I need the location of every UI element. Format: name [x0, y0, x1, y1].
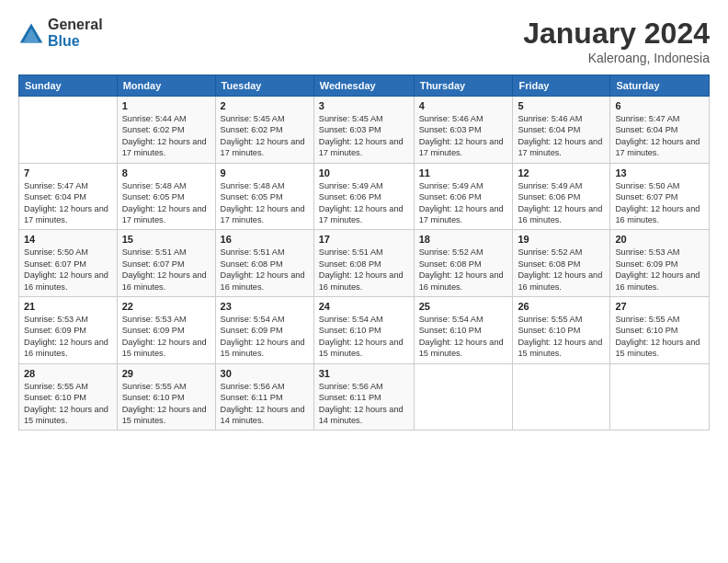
day-cell-2-3: 17Sunrise: 5:51 AM Sunset: 6:08 PM Dayli… — [313, 230, 414, 297]
day-cell-0-4: 4Sunrise: 5:46 AM Sunset: 6:03 PM Daylig… — [414, 97, 513, 164]
day-number: 26 — [518, 301, 605, 312]
day-info: Sunrise: 5:55 AM Sunset: 6:10 PM Dayligh… — [24, 381, 112, 427]
logo: General Blue — [18, 17, 103, 49]
day-cell-3-5: 26Sunrise: 5:55 AM Sunset: 6:10 PM Dayli… — [513, 297, 610, 364]
day-number: 15 — [122, 234, 210, 245]
day-cell-3-6: 27Sunrise: 5:55 AM Sunset: 6:10 PM Dayli… — [610, 297, 710, 364]
day-cell-3-4: 25Sunrise: 5:54 AM Sunset: 6:10 PM Dayli… — [414, 297, 513, 364]
day-info: Sunrise: 5:53 AM Sunset: 6:09 PM Dayligh… — [122, 314, 210, 360]
day-cell-4-3: 31Sunrise: 5:56 AM Sunset: 6:11 PM Dayli… — [313, 363, 414, 431]
day-number: 28 — [24, 368, 112, 379]
day-cell-3-1: 22Sunrise: 5:53 AM Sunset: 6:09 PM Dayli… — [117, 297, 215, 364]
weekday-tuesday: Tuesday — [215, 75, 313, 97]
day-number: 10 — [319, 167, 409, 178]
week-row-0: 1Sunrise: 5:44 AM Sunset: 6:02 PM Daylig… — [19, 97, 710, 164]
day-cell-4-2: 30Sunrise: 5:56 AM Sunset: 6:11 PM Dayli… — [215, 363, 313, 431]
day-cell-4-0: 28Sunrise: 5:55 AM Sunset: 6:10 PM Dayli… — [19, 363, 118, 431]
day-info: Sunrise: 5:51 AM Sunset: 6:08 PM Dayligh… — [221, 247, 309, 293]
day-info: Sunrise: 5:55 AM Sunset: 6:10 PM Dayligh… — [615, 314, 704, 360]
week-row-3: 21Sunrise: 5:53 AM Sunset: 6:09 PM Dayli… — [19, 297, 710, 364]
day-cell-4-4 — [414, 363, 513, 431]
day-info: Sunrise: 5:56 AM Sunset: 6:11 PM Dayligh… — [221, 381, 309, 427]
week-row-1: 7Sunrise: 5:47 AM Sunset: 6:04 PM Daylig… — [19, 163, 710, 230]
day-info: Sunrise: 5:52 AM Sunset: 6:08 PM Dayligh… — [518, 247, 605, 293]
day-cell-3-2: 23Sunrise: 5:54 AM Sunset: 6:09 PM Dayli… — [215, 297, 313, 364]
logo-icon — [18, 20, 44, 46]
day-number: 19 — [518, 234, 605, 245]
day-number: 20 — [615, 234, 704, 245]
day-number: 31 — [319, 368, 409, 379]
calendar-table: Sunday Monday Tuesday Wednesday Thursday… — [18, 75, 710, 431]
day-info: Sunrise: 5:54 AM Sunset: 6:10 PM Dayligh… — [419, 314, 508, 360]
day-cell-1-4: 11Sunrise: 5:49 AM Sunset: 6:06 PM Dayli… — [414, 163, 513, 230]
day-info: Sunrise: 5:44 AM Sunset: 6:02 PM Dayligh… — [122, 113, 210, 159]
day-cell-1-1: 8Sunrise: 5:48 AM Sunset: 6:05 PM Daylig… — [117, 163, 215, 230]
day-cell-3-3: 24Sunrise: 5:54 AM Sunset: 6:10 PM Dayli… — [313, 297, 414, 364]
day-number: 21 — [24, 301, 112, 312]
day-number: 24 — [319, 301, 409, 312]
day-cell-4-5 — [513, 363, 610, 431]
day-cell-1-6: 13Sunrise: 5:50 AM Sunset: 6:07 PM Dayli… — [610, 163, 710, 230]
day-cell-0-5: 5Sunrise: 5:46 AM Sunset: 6:04 PM Daylig… — [513, 97, 610, 164]
day-cell-1-0: 7Sunrise: 5:47 AM Sunset: 6:04 PM Daylig… — [19, 163, 118, 230]
day-info: Sunrise: 5:48 AM Sunset: 6:05 PM Dayligh… — [122, 180, 210, 226]
day-number: 5 — [518, 100, 605, 111]
weekday-wednesday: Wednesday — [313, 75, 414, 97]
month-year: January 2024 — [523, 17, 710, 51]
day-cell-0-2: 2Sunrise: 5:45 AM Sunset: 6:02 PM Daylig… — [215, 97, 313, 164]
day-info: Sunrise: 5:50 AM Sunset: 6:07 PM Dayligh… — [24, 247, 112, 293]
weekday-saturday: Saturday — [610, 75, 710, 97]
day-cell-0-0 — [19, 97, 118, 164]
day-number: 27 — [615, 301, 704, 312]
day-info: Sunrise: 5:49 AM Sunset: 6:06 PM Dayligh… — [518, 180, 605, 226]
day-number: 25 — [419, 301, 508, 312]
day-info: Sunrise: 5:55 AM Sunset: 6:10 PM Dayligh… — [122, 381, 210, 427]
day-cell-2-1: 15Sunrise: 5:51 AM Sunset: 6:07 PM Dayli… — [117, 230, 215, 297]
weekday-monday: Monday — [117, 75, 215, 97]
day-cell-2-6: 20Sunrise: 5:53 AM Sunset: 6:09 PM Dayli… — [610, 230, 710, 297]
day-number: 22 — [122, 301, 210, 312]
day-info: Sunrise: 5:47 AM Sunset: 6:04 PM Dayligh… — [24, 180, 112, 226]
weekday-row: Sunday Monday Tuesday Wednesday Thursday… — [19, 75, 710, 97]
day-info: Sunrise: 5:54 AM Sunset: 6:09 PM Dayligh… — [221, 314, 309, 360]
day-number: 3 — [319, 100, 409, 111]
day-info: Sunrise: 5:46 AM Sunset: 6:03 PM Dayligh… — [419, 113, 508, 159]
day-number: 16 — [221, 234, 309, 245]
week-row-2: 14Sunrise: 5:50 AM Sunset: 6:07 PM Dayli… — [19, 230, 710, 297]
weekday-sunday: Sunday — [19, 75, 118, 97]
day-cell-3-0: 21Sunrise: 5:53 AM Sunset: 6:09 PM Dayli… — [19, 297, 118, 364]
day-info: Sunrise: 5:53 AM Sunset: 6:09 PM Dayligh… — [615, 247, 704, 293]
day-info: Sunrise: 5:48 AM Sunset: 6:05 PM Dayligh… — [221, 180, 309, 226]
day-number: 2 — [221, 100, 309, 111]
week-row-4: 28Sunrise: 5:55 AM Sunset: 6:10 PM Dayli… — [19, 363, 710, 431]
day-number: 18 — [419, 234, 508, 245]
day-cell-1-2: 9Sunrise: 5:48 AM Sunset: 6:05 PM Daylig… — [215, 163, 313, 230]
day-number: 13 — [615, 167, 704, 178]
calendar-header: Sunday Monday Tuesday Wednesday Thursday… — [19, 75, 710, 97]
day-number: 29 — [122, 368, 210, 379]
day-cell-2-5: 19Sunrise: 5:52 AM Sunset: 6:08 PM Dayli… — [513, 230, 610, 297]
day-number: 14 — [24, 234, 112, 245]
day-cell-2-0: 14Sunrise: 5:50 AM Sunset: 6:07 PM Dayli… — [19, 230, 118, 297]
day-number: 9 — [221, 167, 309, 178]
day-number: 11 — [419, 167, 508, 178]
title-block: January 2024 Kaleroang, Indonesia — [523, 17, 710, 65]
day-cell-0-6: 6Sunrise: 5:47 AM Sunset: 6:04 PM Daylig… — [610, 97, 710, 164]
day-info: Sunrise: 5:56 AM Sunset: 6:11 PM Dayligh… — [319, 381, 409, 427]
logo-blue-text: Blue — [48, 33, 80, 49]
day-info: Sunrise: 5:54 AM Sunset: 6:10 PM Dayligh… — [319, 314, 409, 360]
day-number: 17 — [319, 234, 409, 245]
day-info: Sunrise: 5:45 AM Sunset: 6:02 PM Dayligh… — [221, 113, 309, 159]
weekday-thursday: Thursday — [414, 75, 513, 97]
day-info: Sunrise: 5:49 AM Sunset: 6:06 PM Dayligh… — [319, 180, 409, 226]
day-cell-2-2: 16Sunrise: 5:51 AM Sunset: 6:08 PM Dayli… — [215, 230, 313, 297]
day-info: Sunrise: 5:53 AM Sunset: 6:09 PM Dayligh… — [24, 314, 112, 360]
day-number: 7 — [24, 167, 112, 178]
day-cell-1-5: 12Sunrise: 5:49 AM Sunset: 6:06 PM Dayli… — [513, 163, 610, 230]
day-cell-1-3: 10Sunrise: 5:49 AM Sunset: 6:06 PM Dayli… — [313, 163, 414, 230]
day-info: Sunrise: 5:51 AM Sunset: 6:07 PM Dayligh… — [122, 247, 210, 293]
day-number: 30 — [221, 368, 309, 379]
weekday-friday: Friday — [513, 75, 610, 97]
day-number: 1 — [122, 100, 210, 111]
day-cell-4-6 — [610, 363, 710, 431]
